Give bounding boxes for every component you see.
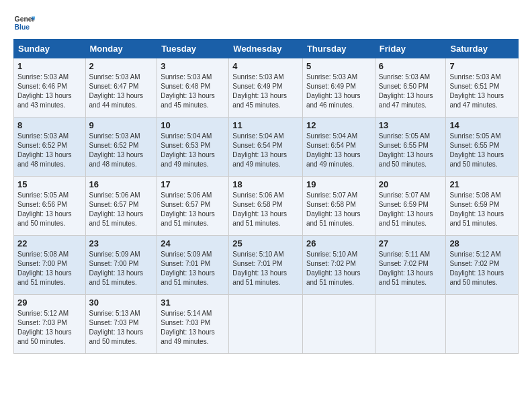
calendar-cell: 16Sunrise: 5:06 AMSunset: 6:57 PMDayligh… (85, 177, 157, 236)
day-number: 26 (306, 238, 371, 248)
cell-info: Sunrise: 5:03 AMSunset: 6:52 PMDaylight:… (17, 132, 82, 169)
calendar-cell: 20Sunrise: 5:07 AMSunset: 6:59 PMDayligh… (375, 177, 446, 236)
cell-info: Sunrise: 5:06 AMSunset: 6:57 PMDaylight:… (161, 191, 225, 228)
calendar-cell: 5Sunrise: 5:03 AMSunset: 6:49 PMDaylight… (302, 58, 375, 118)
calendar-table: SundayMondayTuesdayWednesdayThursdayFrid… (13, 39, 519, 354)
cell-info: Sunrise: 5:03 AMSunset: 6:52 PMDaylight:… (89, 132, 154, 169)
day-number: 12 (306, 120, 371, 130)
cell-info: Sunrise: 5:03 AMSunset: 6:49 PMDaylight:… (232, 73, 299, 110)
calendar-cell: 21Sunrise: 5:08 AMSunset: 6:59 PMDayligh… (446, 177, 519, 236)
calendar-cell: 26Sunrise: 5:10 AMSunset: 7:02 PMDayligh… (302, 236, 375, 295)
calendar-header-friday: Friday (375, 40, 446, 58)
cell-info: Sunrise: 5:12 AMSunset: 7:02 PMDaylight:… (449, 250, 515, 287)
calendar-week-row: 22Sunrise: 5:08 AMSunset: 7:00 PMDayligh… (14, 236, 519, 295)
calendar-cell: 7Sunrise: 5:03 AMSunset: 6:51 PMDaylight… (446, 58, 519, 118)
day-number: 7 (449, 61, 515, 71)
day-number: 11 (232, 120, 299, 130)
day-number: 19 (306, 179, 371, 189)
calendar-header-tuesday: Tuesday (157, 40, 229, 58)
day-number: 23 (89, 238, 154, 248)
day-number: 14 (449, 120, 515, 130)
calendar-week-row: 15Sunrise: 5:05 AMSunset: 6:56 PMDayligh… (14, 177, 519, 236)
cell-info: Sunrise: 5:07 AMSunset: 6:59 PMDaylight:… (379, 191, 443, 228)
day-number: 2 (89, 61, 154, 71)
day-number: 6 (379, 61, 443, 71)
cell-info: Sunrise: 5:03 AMSunset: 6:48 PMDaylight:… (161, 73, 225, 110)
cell-info: Sunrise: 5:09 AMSunset: 7:01 PMDaylight:… (161, 250, 225, 287)
page: General Blue SundayMondayTuesdayWednesda… (0, 0, 532, 361)
day-number: 27 (379, 238, 443, 248)
cell-info: Sunrise: 5:05 AMSunset: 6:56 PMDaylight:… (17, 191, 82, 228)
svg-text:Blue: Blue (15, 24, 30, 31)
calendar-cell: 19Sunrise: 5:07 AMSunset: 6:58 PMDayligh… (302, 177, 375, 236)
calendar-cell: 24Sunrise: 5:09 AMSunset: 7:01 PMDayligh… (157, 236, 229, 295)
cell-info: Sunrise: 5:05 AMSunset: 6:55 PMDaylight:… (379, 132, 443, 169)
calendar-cell: 9Sunrise: 5:03 AMSunset: 6:52 PMDaylight… (85, 118, 157, 177)
day-number: 31 (161, 298, 225, 308)
calendar-cell: 28Sunrise: 5:12 AMSunset: 7:02 PMDayligh… (446, 236, 519, 295)
cell-info: Sunrise: 5:10 AMSunset: 7:02 PMDaylight:… (306, 250, 371, 287)
calendar-cell (302, 295, 375, 354)
day-number: 16 (89, 179, 154, 189)
day-number: 30 (89, 298, 154, 308)
calendar-cell: 27Sunrise: 5:11 AMSunset: 7:02 PMDayligh… (375, 236, 446, 295)
calendar-week-row: 8Sunrise: 5:03 AMSunset: 6:52 PMDaylight… (14, 118, 519, 177)
calendar-header-wednesday: Wednesday (229, 40, 303, 58)
day-number: 21 (449, 179, 515, 189)
day-number: 25 (232, 238, 299, 248)
day-number: 8 (17, 120, 82, 130)
calendar-header-thursday: Thursday (302, 40, 375, 58)
calendar-cell: 11Sunrise: 5:04 AMSunset: 6:54 PMDayligh… (229, 118, 303, 177)
calendar-cell: 22Sunrise: 5:08 AMSunset: 7:00 PMDayligh… (14, 236, 86, 295)
calendar-cell: 15Sunrise: 5:05 AMSunset: 6:56 PMDayligh… (14, 177, 86, 236)
day-number: 28 (449, 238, 515, 248)
calendar-cell: 1Sunrise: 5:03 AMSunset: 6:46 PMDaylight… (14, 58, 86, 118)
cell-info: Sunrise: 5:03 AMSunset: 6:50 PMDaylight:… (379, 73, 443, 110)
day-number: 3 (161, 61, 225, 71)
calendar-cell: 25Sunrise: 5:10 AMSunset: 7:01 PMDayligh… (229, 236, 303, 295)
day-number: 1 (17, 61, 82, 71)
day-number: 5 (306, 61, 371, 71)
day-number: 13 (379, 120, 443, 130)
calendar-cell: 8Sunrise: 5:03 AMSunset: 6:52 PMDaylight… (14, 118, 86, 177)
calendar-header-row: SundayMondayTuesdayWednesdayThursdayFrid… (14, 40, 519, 58)
calendar-cell: 4Sunrise: 5:03 AMSunset: 6:49 PMDaylight… (229, 58, 303, 118)
cell-info: Sunrise: 5:03 AMSunset: 6:51 PMDaylight:… (449, 73, 515, 110)
day-number: 10 (161, 120, 225, 130)
calendar-header-saturday: Saturday (446, 40, 519, 58)
day-number: 9 (89, 120, 154, 130)
cell-info: Sunrise: 5:06 AMSunset: 6:57 PMDaylight:… (89, 191, 154, 228)
calendar-header-sunday: Sunday (14, 40, 86, 58)
calendar-cell: 30Sunrise: 5:13 AMSunset: 7:03 PMDayligh… (85, 295, 157, 354)
cell-info: Sunrise: 5:03 AMSunset: 6:49 PMDaylight:… (306, 73, 371, 110)
cell-info: Sunrise: 5:07 AMSunset: 6:58 PMDaylight:… (306, 191, 371, 228)
cell-info: Sunrise: 5:04 AMSunset: 6:54 PMDaylight:… (232, 132, 299, 169)
cell-info: Sunrise: 5:03 AMSunset: 6:46 PMDaylight:… (17, 73, 82, 110)
calendar-cell (446, 295, 519, 354)
day-number: 24 (161, 238, 225, 248)
day-number: 29 (17, 298, 82, 308)
day-number: 15 (17, 179, 82, 189)
cell-info: Sunrise: 5:08 AMSunset: 7:00 PMDaylight:… (17, 250, 82, 287)
cell-info: Sunrise: 5:04 AMSunset: 6:54 PMDaylight:… (306, 132, 371, 169)
day-number: 17 (161, 179, 225, 189)
cell-info: Sunrise: 5:08 AMSunset: 6:59 PMDaylight:… (449, 191, 515, 228)
logo-icon: General Blue (13, 12, 35, 34)
calendar-week-row: 29Sunrise: 5:12 AMSunset: 7:03 PMDayligh… (14, 295, 519, 354)
calendar-cell: 23Sunrise: 5:09 AMSunset: 7:00 PMDayligh… (85, 236, 157, 295)
day-number: 20 (379, 179, 443, 189)
cell-info: Sunrise: 5:05 AMSunset: 6:55 PMDaylight:… (449, 132, 515, 169)
calendar-cell: 2Sunrise: 5:03 AMSunset: 6:47 PMDaylight… (85, 58, 157, 118)
cell-info: Sunrise: 5:03 AMSunset: 6:47 PMDaylight:… (89, 73, 154, 110)
cell-info: Sunrise: 5:06 AMSunset: 6:58 PMDaylight:… (232, 191, 299, 228)
day-number: 4 (232, 61, 299, 71)
calendar-cell (375, 295, 446, 354)
cell-info: Sunrise: 5:13 AMSunset: 7:03 PMDaylight:… (89, 309, 154, 347)
cell-info: Sunrise: 5:09 AMSunset: 7:00 PMDaylight:… (89, 250, 154, 287)
logo: General Blue (13, 12, 35, 34)
calendar-cell: 13Sunrise: 5:05 AMSunset: 6:55 PMDayligh… (375, 118, 446, 177)
cell-info: Sunrise: 5:04 AMSunset: 6:53 PMDaylight:… (161, 132, 225, 169)
calendar-cell: 29Sunrise: 5:12 AMSunset: 7:03 PMDayligh… (14, 295, 86, 354)
calendar-cell: 31Sunrise: 5:14 AMSunset: 7:03 PMDayligh… (157, 295, 229, 354)
calendar-cell: 12Sunrise: 5:04 AMSunset: 6:54 PMDayligh… (302, 118, 375, 177)
